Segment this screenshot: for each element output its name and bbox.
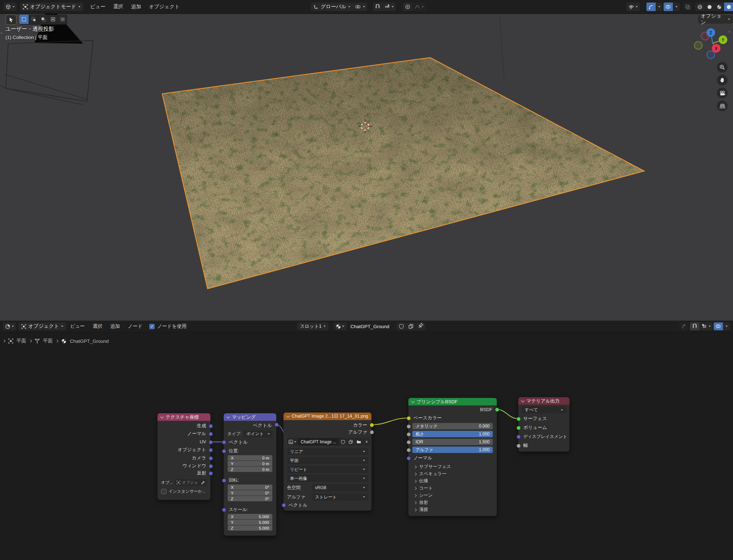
viewport-canvas[interactable] — [0, 0, 733, 321]
source-dropdown[interactable]: 単一画像 — [287, 475, 368, 482]
falloff-dropdown[interactable] — [413, 3, 426, 11]
proportional-edit-toggle[interactable] — [403, 3, 412, 11]
socket-alpha[interactable] — [407, 448, 411, 452]
section-sheen[interactable]: シーン — [414, 492, 433, 498]
node-texcoord-header[interactable]: テクスチャ座標 — [157, 413, 210, 421]
use-nodes-checkbox[interactable]: ✓ ノードを使用 — [149, 323, 186, 330]
select-mode-new-button[interactable] — [19, 15, 29, 24]
shader-menu-add[interactable]: 追加 — [106, 323, 124, 330]
duplicate-material-button[interactable] — [406, 322, 416, 330]
node-material-output[interactable]: マテリアル出力 すべて サーフェス ボリューム ディスプレイスメント 幅 — [518, 397, 569, 452]
socket-normal-in[interactable] — [407, 456, 411, 461]
navigation-gizmo[interactable]: Z Y X — [693, 22, 732, 62]
object-picker[interactable]: オブジェ — [175, 479, 207, 486]
socket-basecolor[interactable] — [407, 416, 411, 420]
image-browse-dropdown[interactable] — [287, 438, 298, 445]
object-visibility-dropdown[interactable] — [626, 3, 640, 11]
overlays-dropdown[interactable] — [673, 3, 680, 11]
pivot-point-dropdown[interactable] — [353, 3, 367, 11]
node-mapping[interactable]: マッピング ベクトル タイプ: ポイント ベクトル 位置: X0 m Y0 m … — [224, 413, 276, 536]
socket-image-vector-in[interactable] — [282, 503, 286, 507]
axis-neg-z-ball[interactable] — [707, 51, 715, 59]
shader-editor-type-button[interactable] — [3, 322, 16, 330]
node-bsdf-header[interactable]: プリンシプルBSDF — [408, 398, 497, 405]
socket-camera[interactable] — [209, 456, 213, 461]
select-mode-subtract-button[interactable] — [39, 15, 48, 24]
interpolation-dropdown[interactable]: リニア — [287, 448, 368, 455]
zoom-button[interactable] — [717, 62, 728, 73]
extension-dropdown[interactable]: リピート — [287, 466, 368, 473]
projection-dropdown[interactable]: 平面 — [287, 457, 368, 464]
shader-menu-select[interactable]: 選択 — [89, 323, 106, 330]
shading-solid-button[interactable] — [705, 3, 714, 11]
socket-displacement[interactable] — [516, 435, 521, 439]
colorspace-dropdown[interactable]: sRGB — [312, 484, 368, 491]
socket-thickness[interactable] — [516, 444, 521, 448]
menu-view[interactable]: ビュー — [86, 4, 110, 10]
menu-select[interactable]: 選択 — [109, 4, 127, 10]
alpha-slider[interactable]: アルファ1.000 — [412, 447, 493, 453]
metallic-slider[interactable]: メタリック0.000 — [412, 423, 493, 429]
slot-dropdown[interactable]: スロット1 — [297, 322, 329, 330]
orthographic-toggle-button[interactable] — [717, 101, 728, 111]
gizmo-toggle[interactable] — [646, 3, 656, 11]
snap-target-dropdown[interactable] — [383, 3, 395, 11]
pin-button[interactable] — [418, 322, 424, 328]
fake-user-button[interactable] — [397, 322, 406, 330]
instancer-checkbox[interactable] — [161, 489, 166, 494]
toolbar-toggle-chevron[interactable]: › — [1, 30, 2, 35]
material-browse-dropdown[interactable] — [334, 322, 346, 330]
mode-dropdown[interactable]: オブジェクトモード — [20, 3, 83, 11]
section-emission[interactable]: 放射 — [414, 500, 428, 506]
shading-wireframe-button[interactable] — [695, 3, 704, 11]
breadcrumb-object[interactable]: 平面 — [16, 338, 26, 344]
section-coat[interactable]: コート — [414, 485, 433, 491]
image-open-button[interactable] — [355, 438, 363, 445]
select-mode-extend-button[interactable] — [29, 15, 38, 24]
xray-toggle[interactable] — [683, 3, 692, 11]
socket-generated[interactable] — [209, 424, 213, 428]
shading-rendered-button[interactable] — [724, 3, 733, 11]
node-principled-bsdf[interactable]: プリンシプルBSDF BSDF ベースカラー メタリック0.000 粗さ1.00… — [408, 398, 497, 516]
socket-image-alpha[interactable] — [370, 430, 374, 434]
select-mode-invert-button[interactable] — [48, 15, 58, 24]
section-transmission[interactable]: 伝播 — [414, 478, 428, 484]
mapping-type-dropdown[interactable]: ポイント — [243, 430, 273, 437]
section-thinfilm[interactable]: 薄膜 — [414, 507, 428, 513]
material-name-field[interactable]: ChatGPT_Ground — [347, 322, 396, 330]
image-unlink-button[interactable]: × — [363, 438, 370, 445]
node-overlays-toggle[interactable] — [714, 322, 723, 330]
socket-mapping-rotation[interactable] — [222, 478, 226, 483]
shader-menu-view[interactable]: ビュー — [66, 323, 89, 330]
socket-normal[interactable] — [209, 432, 213, 436]
menu-add[interactable]: 追加 — [127, 4, 145, 10]
node-output-header[interactable]: マテリアル出力 — [518, 397, 569, 405]
image-name-field[interactable]: ChatGPT Image ... — [298, 438, 339, 445]
breadcrumb-mesh[interactable]: 平面 — [43, 338, 53, 344]
image-fake-user-button[interactable] — [339, 438, 347, 445]
node-overlays-dropdown[interactable] — [723, 322, 730, 330]
socket-roughness[interactable] — [407, 432, 411, 437]
socket-mapping-scale[interactable] — [222, 508, 226, 512]
socket-window[interactable] — [209, 464, 213, 468]
section-subsurface[interactable]: サブサーフェス — [414, 464, 451, 470]
breadcrumb-material[interactable]: ChatGPT_Ground — [70, 339, 109, 344]
socket-mapping-location[interactable] — [222, 449, 226, 453]
socket-bsdf-out[interactable] — [495, 408, 499, 412]
breadcrumb-toggle-chevron[interactable] — [3, 340, 5, 342]
node-mapping-header[interactable]: マッピング — [224, 413, 276, 421]
socket-image-color[interactable] — [370, 423, 374, 427]
editor-type-button[interactable] — [4, 3, 16, 11]
image-alpha-dropdown[interactable]: ストレート — [312, 493, 368, 501]
camera-view-button[interactable] — [717, 88, 728, 98]
socket-ior[interactable] — [407, 440, 411, 444]
node-texture-coordinate[interactable]: テクスチャ座標 生成 ノーマル UV オブジェクト カメラ ウィンドウ 反射 オ… — [157, 413, 210, 500]
transform-orientation-dropdown[interactable]: グローバル — [311, 3, 353, 11]
socket-reflection[interactable] — [209, 471, 213, 476]
socket-surface[interactable] — [516, 417, 521, 421]
output-target-dropdown[interactable]: すべて — [522, 406, 566, 413]
tweak-tool-button[interactable] — [6, 15, 16, 25]
shading-material-button[interactable] — [714, 3, 724, 11]
node-snap-target-dropdown[interactable] — [700, 322, 713, 330]
mapping-location-values[interactable]: X0 m Y0 m Z0 m — [228, 455, 272, 472]
